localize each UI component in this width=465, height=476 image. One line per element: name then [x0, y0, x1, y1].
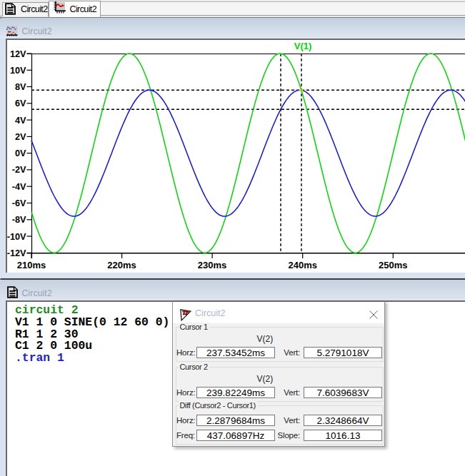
svg-text:-10V: -10V — [7, 232, 26, 242]
svg-text:8V: 8V — [15, 82, 26, 92]
svg-text:V(1): V(1) — [294, 41, 312, 51]
svg-text:-12V: -12V — [7, 248, 26, 258]
svg-text:230ms: 230ms — [198, 260, 226, 270]
svg-text:-2V: -2V — [12, 165, 26, 175]
svg-text:-6V: -6V — [12, 198, 26, 208]
svg-text:220ms: 220ms — [107, 260, 136, 270]
svg-text:12V: 12V — [10, 49, 26, 59]
svg-text:240ms: 240ms — [288, 260, 316, 270]
svg-text:10V: 10V — [10, 66, 26, 76]
svg-text:-8V: -8V — [12, 215, 26, 225]
svg-text:250ms: 250ms — [379, 260, 407, 270]
svg-text:4V: 4V — [15, 116, 26, 126]
svg-text:210ms: 210ms — [17, 260, 46, 270]
svg-text:2V: 2V — [15, 132, 26, 142]
svg-text:-4V: -4V — [12, 182, 26, 192]
svg-text:0V: 0V — [15, 148, 26, 158]
svg-text:6V: 6V — [15, 98, 26, 108]
